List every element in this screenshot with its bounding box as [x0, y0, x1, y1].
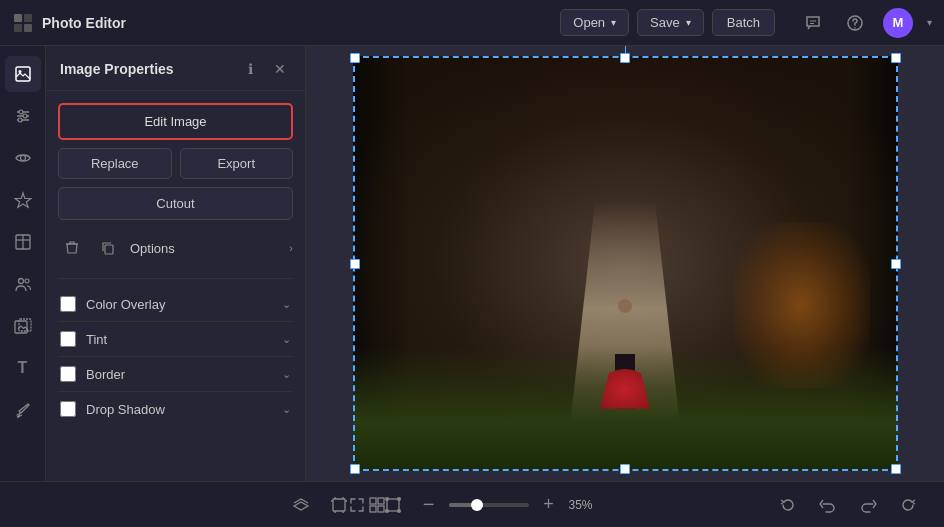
prop-label-1: Tint [86, 332, 272, 347]
panel-header-icons: ℹ ✕ [239, 58, 291, 80]
main-layout: T Image Properties ℹ ✕ Edit Image Replac… [0, 46, 944, 481]
svg-point-13 [18, 118, 22, 122]
prop-row: Drop Shadow ⌄ [58, 394, 293, 424]
sidebar-item-image[interactable] [5, 56, 41, 92]
svg-rect-6 [16, 67, 30, 81]
prop-chevron-icon-0: ⌄ [282, 298, 291, 311]
open-chevron-icon: ▾ [611, 17, 616, 28]
history-back-button[interactable] [772, 489, 804, 521]
bottom-left-tools [285, 489, 393, 521]
avatar[interactable]: M [883, 8, 913, 38]
save-button[interactable]: Save ▾ [637, 9, 704, 36]
avatar-chevron-icon[interactable]: ▾ [927, 17, 932, 28]
prop-checkbox-1[interactable] [60, 331, 76, 347]
sidebar-item-people[interactable] [5, 266, 41, 302]
svg-rect-29 [378, 498, 384, 504]
prop-checkbox-2[interactable] [60, 366, 76, 382]
prop-row: Color Overlay ⌄ [58, 289, 293, 319]
close-icon[interactable]: ✕ [269, 58, 291, 80]
sidebar-item-adjustments[interactable] [5, 98, 41, 134]
replace-button[interactable]: Replace [58, 148, 172, 179]
prop-chevron-icon-2: ⌄ [282, 368, 291, 381]
svg-point-14 [20, 156, 25, 161]
grid-tool-button[interactable] [361, 489, 393, 521]
zoom-value: 35% [569, 498, 604, 512]
export-button[interactable]: Export [180, 148, 294, 179]
divider-prop-0 [58, 321, 293, 322]
panel-title: Image Properties [60, 61, 174, 77]
svg-rect-1 [24, 14, 32, 22]
prop-row: Border ⌄ [58, 359, 293, 389]
sidebar-item-table[interactable] [5, 224, 41, 260]
sidebar-item-effects[interactable] [5, 182, 41, 218]
options-label[interactable]: Options [130, 241, 281, 256]
info-icon[interactable]: ℹ [239, 58, 261, 80]
open-button[interactable]: Open ▾ [560, 9, 629, 36]
cutout-button[interactable]: Cutout [58, 187, 293, 220]
figure-skirt [600, 369, 650, 409]
topbar-actions: Open ▾ Save ▾ Batch M [560, 8, 932, 38]
divider-1 [58, 278, 293, 279]
svg-point-34 [397, 497, 401, 501]
figure-head [618, 299, 632, 313]
prop-label-2: Border [86, 367, 272, 382]
prop-row: Tint ⌄ [58, 324, 293, 354]
properties-panel: Image Properties ℹ ✕ Edit Image Replace … [46, 46, 306, 481]
svg-rect-25 [333, 499, 345, 511]
divider-prop-1 [58, 356, 293, 357]
undo-button[interactable] [812, 489, 844, 521]
copy-icon[interactable] [94, 234, 122, 262]
rotate-line [625, 46, 626, 54]
prop-checkbox-0[interactable] [60, 296, 76, 312]
prop-chevron-icon-1: ⌄ [282, 333, 291, 346]
svg-rect-28 [370, 498, 376, 504]
svg-point-19 [25, 279, 29, 283]
zoom-slider[interactable] [449, 503, 529, 507]
history-forward-button[interactable] [892, 489, 924, 521]
chat-icon[interactable] [799, 9, 827, 37]
divider-prop-2 [58, 391, 293, 392]
sidebar-item-eye[interactable] [5, 140, 41, 176]
svg-rect-2 [14, 24, 22, 32]
figure [595, 289, 655, 409]
sidebar-item-text[interactable]: T [5, 350, 41, 386]
svg-point-36 [397, 509, 401, 513]
panel-header: Image Properties ℹ ✕ [46, 46, 305, 91]
logo-icon [12, 12, 34, 34]
save-chevron-icon: ▾ [686, 17, 691, 28]
canvas-area[interactable] [306, 46, 944, 481]
zoom-in-button[interactable]: + [533, 489, 565, 521]
svg-rect-31 [378, 506, 384, 512]
trash-icon[interactable] [58, 234, 86, 262]
svg-rect-3 [24, 24, 32, 32]
replace-export-row: Replace Export [58, 148, 293, 179]
svg-point-5 [854, 27, 856, 29]
prop-list: Color Overlay ⌄ Tint ⌄ Border ⌄ Drop Sha… [58, 289, 293, 424]
help-icon[interactable] [841, 9, 869, 37]
topbar: Photo Editor Open ▾ Save ▾ Batch [0, 0, 944, 46]
svg-rect-30 [370, 506, 376, 512]
zoom-out-button[interactable]: − [413, 489, 445, 521]
layers-tool-button[interactable] [285, 489, 317, 521]
edit-image-button[interactable]: Edit Image [58, 103, 293, 140]
prop-label-3: Drop Shadow [86, 402, 272, 417]
options-row: Options › [58, 228, 293, 268]
redo-button[interactable] [852, 489, 884, 521]
panel-body: Edit Image Replace Export Cutout [46, 91, 305, 436]
bottom-right-tools [772, 489, 924, 521]
sidebar-item-images[interactable] [5, 308, 41, 344]
batch-button[interactable]: Batch [712, 9, 775, 36]
app-title: Photo Editor [42, 15, 126, 31]
svg-point-11 [19, 110, 23, 114]
svg-point-18 [18, 279, 23, 284]
prop-checkbox-3[interactable] [60, 401, 76, 417]
bottom-toolbar: − + 35% [0, 481, 944, 527]
svg-point-12 [23, 114, 27, 118]
zoom-slider-fill [449, 503, 473, 507]
prop-chevron-icon-3: ⌄ [282, 403, 291, 416]
sidebar-item-brush[interactable] [5, 392, 41, 428]
svg-rect-24 [105, 245, 113, 254]
prop-label-0: Color Overlay [86, 297, 272, 312]
options-chevron-icon: › [289, 242, 293, 254]
crop-tool-button[interactable] [323, 489, 355, 521]
